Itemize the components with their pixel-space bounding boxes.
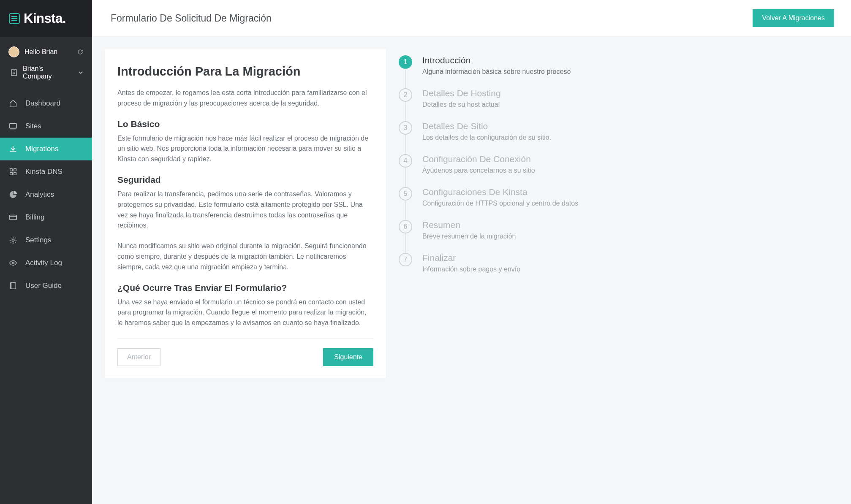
logo[interactable]: Kinsta. xyxy=(0,0,92,37)
back-to-migrations-button[interactable]: Volver A Migraciones xyxy=(753,9,834,27)
step-number: 7 xyxy=(399,253,412,266)
main-nav: Dashboard Sites Migrations Kinsta DNS xyxy=(0,88,92,297)
svg-rect-21 xyxy=(11,283,16,289)
user-area: Hello Brian Brian's Company xyxy=(0,37,92,88)
pie-icon xyxy=(8,190,18,199)
book-icon xyxy=(8,281,18,290)
step-number: 3 xyxy=(399,121,412,135)
paragraph-after: Una vez se haya enviado el formulario un… xyxy=(117,297,373,328)
svg-rect-13 xyxy=(10,169,12,171)
sidebar-item-label: Analytics xyxy=(25,190,54,199)
sidebar-item-settings[interactable]: Settings xyxy=(0,229,92,252)
step-1[interactable]: 1 Introducción Alguna información básica… xyxy=(399,55,841,88)
main: Formulario De Solicitud De Migración Vol… xyxy=(92,0,851,504)
next-button[interactable]: Siguiente xyxy=(323,348,373,366)
step-6[interactable]: 6 Resumen Breve resumen de la migración xyxy=(399,220,841,253)
sidebar-item-label: Kinsta DNS xyxy=(25,168,63,176)
step-desc: Ayúdenos para concetarnos a su sitio xyxy=(422,167,535,174)
step-number: 2 xyxy=(399,88,412,102)
sidebar-item-dns[interactable]: Kinsta DNS xyxy=(0,160,92,183)
step-title: Detalles De Hosting xyxy=(422,88,501,98)
step-desc: Los detalles de la configuración de su s… xyxy=(422,134,551,141)
svg-rect-15 xyxy=(10,173,12,175)
step-2[interactable]: 2 Detalles De Hosting Detalles de su hos… xyxy=(399,88,841,121)
paragraph-security-2: Nunca modificamos su sitio web original … xyxy=(117,241,373,272)
sidebar-item-label: Billing xyxy=(25,213,44,222)
steps-list: 1 Introducción Alguna información básica… xyxy=(399,49,841,286)
step-title: Configuración De Conexión xyxy=(422,154,535,164)
step-desc: Detalles de su host actual xyxy=(422,101,501,108)
step-title: Finalizar xyxy=(422,253,520,263)
step-number: 5 xyxy=(399,187,412,201)
paragraph-security-1: Para realizar la transferencia, pedimos … xyxy=(117,189,373,231)
paragraph-basic: Este formulario de migración nos hace má… xyxy=(117,133,373,165)
grid-icon xyxy=(8,167,18,176)
building-icon xyxy=(10,69,18,76)
step-3[interactable]: 3 Detalles De Sitio Los detalles de la c… xyxy=(399,121,841,154)
page-title: Formulario De Solicitud De Migración xyxy=(111,13,272,24)
step-desc: Información sobre pagos y envío xyxy=(422,266,520,273)
eye-icon xyxy=(8,258,18,268)
step-title: Introducción xyxy=(422,55,571,65)
monitor-icon xyxy=(8,122,18,131)
heading-after: ¿Qué Ocurre Tras Enviar El Formulario? xyxy=(117,283,373,293)
topbar: Formulario De Solicitud De Migración Vol… xyxy=(92,0,851,37)
step-title: Resumen xyxy=(422,220,516,230)
step-7[interactable]: 7 Finalizar Información sobre pagos y en… xyxy=(399,253,841,286)
svg-rect-14 xyxy=(14,169,16,171)
sidebar-item-guide[interactable]: User Guide xyxy=(0,274,92,297)
divider xyxy=(117,339,373,339)
prev-button[interactable]: Anterior xyxy=(117,348,160,366)
avatar xyxy=(8,46,19,57)
svg-rect-11 xyxy=(10,124,16,128)
step-number: 4 xyxy=(399,154,412,168)
step-desc: Breve resumen de la migración xyxy=(422,233,516,240)
sidebar-item-label: Settings xyxy=(25,236,51,244)
step-4[interactable]: 4 Configuración De Conexión Ayúdenos par… xyxy=(399,154,841,187)
intro-card: Introducción Para La Migración Antes de … xyxy=(105,49,386,378)
sidebar-item-label: Activity Log xyxy=(25,259,62,267)
card-footer: Anterior Siguiente xyxy=(117,348,373,366)
step-title: Detalles De Sitio xyxy=(422,121,551,131)
svg-rect-4 xyxy=(11,70,16,76)
step-5[interactable]: 5 Configuraciones De Kinsta Configuració… xyxy=(399,187,841,220)
sidebar-item-analytics[interactable]: Analytics xyxy=(0,183,92,206)
company-selector[interactable]: Brian's Company xyxy=(8,61,84,86)
sidebar-item-label: User Guide xyxy=(25,282,62,290)
card-intro: Antes de empezar, le rogamos lea esta co… xyxy=(117,88,373,109)
download-icon xyxy=(8,144,18,154)
brand-name: Kinsta. xyxy=(24,11,66,26)
step-desc: Alguna información básica sobre nuestro … xyxy=(422,68,571,76)
step-number: 1 xyxy=(399,55,412,69)
step-desc: Configuración de HTTPS opcional y centro… xyxy=(422,200,578,207)
step-number: 6 xyxy=(399,220,412,233)
logo-icon xyxy=(8,13,20,24)
svg-rect-17 xyxy=(10,215,16,220)
sidebar-item-label: Migrations xyxy=(25,145,58,153)
company-name: Brian's Company xyxy=(23,65,73,80)
sidebar: Kinsta. Hello Brian xyxy=(0,0,92,504)
sidebar-item-label: Dashboard xyxy=(25,99,60,108)
svg-rect-16 xyxy=(14,173,16,175)
sidebar-item-activity[interactable]: Activity Log xyxy=(0,252,92,274)
gear-icon xyxy=(8,236,18,245)
sidebar-item-migrations[interactable]: Migrations xyxy=(0,138,92,160)
sidebar-item-sites[interactable]: Sites xyxy=(0,115,92,138)
sidebar-item-label: Sites xyxy=(25,122,41,130)
sidebar-item-billing[interactable]: Billing xyxy=(0,206,92,229)
refresh-icon[interactable] xyxy=(77,49,84,55)
user-row[interactable]: Hello Brian xyxy=(8,43,84,61)
sidebar-item-dashboard[interactable]: Dashboard xyxy=(0,92,92,115)
content: Introducción Para La Migración Antes de … xyxy=(92,37,851,390)
step-title: Configuraciones De Kinsta xyxy=(422,187,578,197)
card-icon xyxy=(8,213,18,222)
heading-security: Seguridad xyxy=(117,175,373,185)
home-icon xyxy=(8,99,18,108)
svg-point-20 xyxy=(12,262,14,264)
chevron-down-icon xyxy=(78,70,84,76)
svg-point-19 xyxy=(12,239,14,241)
heading-basic: Lo Básico xyxy=(117,119,373,129)
card-title: Introducción Para La Migración xyxy=(117,65,373,79)
user-greeting: Hello Brian xyxy=(24,48,72,56)
